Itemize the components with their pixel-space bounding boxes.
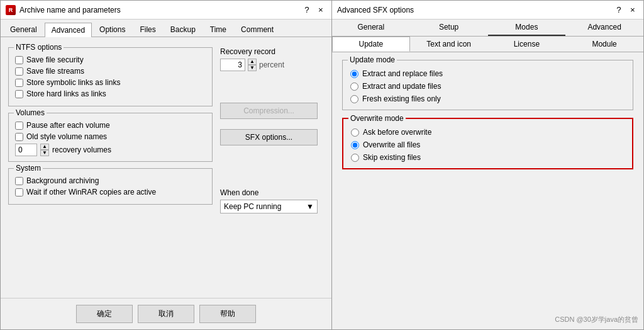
skip-existing-label: Skip existing files xyxy=(363,153,421,162)
right-tab-modes[interactable]: Modes xyxy=(488,20,566,36)
right-title: Advanced SFX options xyxy=(337,6,414,14)
right-subtab-text-icon[interactable]: Text and icon xyxy=(410,37,488,52)
fresh-existing-radio[interactable] xyxy=(350,95,358,103)
ask-before-overwrite-row: Ask before overwrite xyxy=(351,128,625,137)
pause-each-volume-checkbox[interactable] xyxy=(15,122,23,130)
overwrite-mode-section: Overwrite mode Ask before overwrite Over… xyxy=(342,118,633,169)
tab-comment[interactable]: Comment xyxy=(234,22,280,37)
extract-replace-radio[interactable] xyxy=(350,70,358,78)
recovery-unit-label: percent xyxy=(259,60,284,69)
recovery-spinner-up[interactable]: ▲ xyxy=(248,59,257,65)
extract-replace-label: Extract and replace files xyxy=(362,69,443,78)
help-button-left[interactable]: ? xyxy=(301,4,313,16)
overwrite-all-label: Overwrite all files xyxy=(363,140,420,149)
help-button-bottom[interactable]: 帮助 xyxy=(199,305,256,323)
ask-before-overwrite-label: Ask before overwrite xyxy=(363,128,431,137)
volumes-label: Volumes xyxy=(14,108,47,117)
recovery-spinner-row: 3 ▲ ▼ percent xyxy=(220,59,324,71)
store-hardlinks-checkbox[interactable] xyxy=(15,90,23,98)
right-wrapper: Update mode Extract and replace files Ex… xyxy=(332,52,643,329)
update-mode-section: Update mode Extract and replace files Ex… xyxy=(342,60,633,110)
skip-existing-radio[interactable] xyxy=(351,154,359,162)
volumes-spinner-down[interactable]: ▼ xyxy=(40,150,49,156)
right-content: Update mode Extract and replace files Ex… xyxy=(332,52,643,185)
wait-winrar-checkbox[interactable] xyxy=(15,188,23,196)
app-icon: R xyxy=(6,5,16,15)
overwrite-all-row: Overwrite all files xyxy=(351,140,625,149)
ok-button[interactable]: 确定 xyxy=(76,305,133,323)
left-content: NTFS options Save file security Save fil… xyxy=(1,37,331,298)
close-button-left[interactable]: × xyxy=(315,4,326,16)
pause-each-volume-row: Pause after each volume xyxy=(15,121,206,130)
save-file-security-checkbox[interactable] xyxy=(15,56,23,64)
dropdown-chevron-icon: ▼ xyxy=(306,202,314,211)
when-done-label: When done xyxy=(220,188,324,197)
recovery-volumes-label: recovery volumes xyxy=(52,145,111,154)
recovery-box: Recovery record 3 ▲ ▼ percent xyxy=(220,47,324,71)
right-tab-advanced[interactable]: Advanced xyxy=(565,20,643,36)
pause-each-volume-label: Pause after each volume xyxy=(26,121,110,130)
background-archiving-label: Background archiving xyxy=(26,176,99,185)
volumes-spinner-up[interactable]: ▲ xyxy=(40,144,49,150)
save-file-streams-label: Save file streams xyxy=(26,67,84,76)
when-done-dropdown[interactable]: Keep PC running ▼ xyxy=(220,200,318,213)
system-section: System Background archiving Wait if othe… xyxy=(8,168,213,205)
store-hardlinks-label: Store hard links as links xyxy=(26,89,106,98)
store-symlinks-row: Store symbolic links as links xyxy=(15,78,206,87)
save-file-streams-checkbox[interactable] xyxy=(15,67,23,76)
volumes-count-input[interactable] xyxy=(15,144,37,156)
extract-update-label: Extract and update files xyxy=(362,82,441,91)
right-tabs-row: General Setup Modes Advanced xyxy=(332,20,643,37)
overwrite-mode-label: Overwrite mode xyxy=(348,114,406,123)
right-help-button[interactable]: ? xyxy=(613,4,625,16)
tab-backup[interactable]: Backup xyxy=(164,22,203,37)
when-done-section: When done Keep PC running ▼ xyxy=(220,188,324,213)
right-tab-general[interactable]: General xyxy=(332,20,410,36)
volumes-section: Volumes Pause after each volume Old styl… xyxy=(8,113,213,162)
right-subtab-license[interactable]: License xyxy=(488,37,566,52)
tab-options[interactable]: Options xyxy=(92,22,132,37)
tab-time[interactable]: Time xyxy=(203,22,233,37)
left-column: NTFS options Save file security Save fil… xyxy=(8,43,213,219)
ntfs-section: NTFS options Save file security Save fil… xyxy=(8,47,213,106)
save-file-security-row: Save file security xyxy=(15,55,206,64)
right-subtab-module[interactable]: Module xyxy=(565,37,643,52)
overwrite-all-radio[interactable] xyxy=(351,141,359,149)
extract-update-radio[interactable] xyxy=(350,82,358,91)
right-column: Recovery record 3 ▲ ▼ percent Compressio… xyxy=(220,43,324,219)
right-subtabs-row: Update Text and icon License Module xyxy=(332,37,643,52)
cancel-button[interactable]: 取消 xyxy=(138,305,194,323)
right-subtab-update[interactable]: Update xyxy=(332,37,410,52)
store-symlinks-label: Store symbolic links as links xyxy=(26,78,120,87)
tabs-row-left: General Advanced Options Files Backup Ti… xyxy=(1,20,331,37)
wait-winrar-label: Wait if other WinRAR copies are active xyxy=(26,188,156,196)
old-style-volume-checkbox[interactable] xyxy=(15,133,23,141)
save-file-streams-row: Save file streams xyxy=(15,67,206,76)
background-archiving-row: Background archiving xyxy=(15,176,206,185)
fresh-existing-row: Fresh existing files only xyxy=(350,94,625,103)
right-close-button[interactable]: × xyxy=(627,4,638,16)
tab-files[interactable]: Files xyxy=(133,22,162,37)
left-title-bar: R Archive name and parameters ? × xyxy=(1,1,331,20)
tab-advanced[interactable]: Advanced xyxy=(45,23,92,37)
recovery-spinner-down[interactable]: ▼ xyxy=(248,65,257,71)
tab-general[interactable]: General xyxy=(3,22,44,37)
right-title-controls: ? × xyxy=(613,4,638,16)
recovery-value-input[interactable]: 3 xyxy=(220,59,245,71)
volumes-count-row: ▲ ▼ recovery volumes xyxy=(15,144,206,156)
volumes-spinner-btns: ▲ ▼ xyxy=(40,144,49,156)
background-archiving-checkbox[interactable] xyxy=(15,177,23,185)
compression-button[interactable]: Compression... xyxy=(220,103,318,119)
sfx-options-button[interactable]: SFX options... xyxy=(220,129,318,145)
when-done-value: Keep PC running xyxy=(224,202,281,211)
recovery-record-label: Recovery record xyxy=(220,47,324,56)
extract-replace-row: Extract and replace files xyxy=(350,69,625,78)
system-section-label: System xyxy=(14,164,43,173)
wait-winrar-row: Wait if other WinRAR copies are active xyxy=(15,188,206,196)
store-symlinks-checkbox[interactable] xyxy=(15,79,23,87)
left-panel: R Archive name and parameters ? × Genera… xyxy=(0,0,332,330)
store-hardlinks-row: Store hard links as links xyxy=(15,89,206,98)
right-tab-setup[interactable]: Setup xyxy=(410,20,488,36)
ask-before-overwrite-radio[interactable] xyxy=(351,128,359,137)
old-style-volume-label: Old style volume names xyxy=(26,132,107,141)
